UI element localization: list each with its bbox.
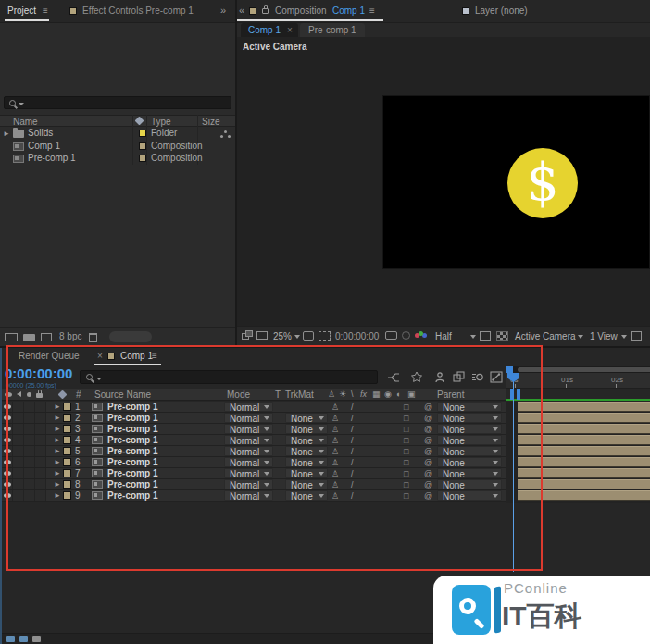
composition-toolbar: 25% 0:00:00:00 Half Active Camera 1 View <box>237 326 650 346</box>
viewer-tab-label: Comp 1 <box>248 25 281 36</box>
active-tab-underline <box>5 19 49 21</box>
tab-project[interactable]: Project <box>7 6 36 17</box>
ruler-tick-mark <box>616 384 617 388</box>
composition-viewer: Active Camera $ <box>237 37 650 326</box>
ruler-tick-label: 01s <box>561 375 573 386</box>
panel-overflow-icon[interactable]: » <box>220 5 226 16</box>
watermark-brand: PConline <box>504 583 568 594</box>
table-row[interactable]: ► Comp 1 Composition <box>0 141 235 153</box>
snapshot-camera-icon[interactable] <box>385 331 397 340</box>
toggle-transfer-controls-icon[interactable] <box>19 635 29 643</box>
viewer-tab-comp1[interactable]: Comp 1 × <box>241 23 298 38</box>
item-type-icon <box>13 130 24 138</box>
item-name[interactable]: Solids <box>28 128 53 139</box>
transparency-grid-icon[interactable] <box>496 331 508 341</box>
camera-dropdown[interactable]: Active Camera <box>515 331 576 342</box>
project-statusbar: 8 bpc <box>0 327 235 346</box>
column-size[interactable]: Size <box>202 117 219 128</box>
close-icon[interactable]: × <box>287 25 293 36</box>
table-row[interactable]: ► Solids Folder <box>0 128 235 140</box>
viewer-lock2-icon <box>245 330 253 337</box>
composition-canvas[interactable]: $ <box>382 95 650 269</box>
tab-layer[interactable]: Layer (none) <box>475 6 528 17</box>
dollar-symbol: $ <box>507 148 578 218</box>
interpret-footage-icon[interactable] <box>5 333 18 341</box>
item-type-icon <box>13 155 24 163</box>
project-search-input[interactable] <box>4 96 231 109</box>
composition-panel: « Composition Comp 1 ≡ Layer (none) Comp… <box>237 0 650 346</box>
item-type: Folder <box>151 128 177 139</box>
label-column-icon[interactable] <box>135 117 144 126</box>
panel-menu-icon[interactable]: ≡ <box>43 6 48 17</box>
after-effects-window: Project ≡ Effect Controls Pre-comp 1 » N… <box>0 0 650 644</box>
watermark-title: IT百科 <box>502 600 582 633</box>
zoom-level-dropdown[interactable]: 25% <box>273 331 292 342</box>
search-icon <box>9 100 16 106</box>
item-name[interactable]: Pre-comp 1 <box>28 153 76 164</box>
view-options-icon[interactable] <box>631 331 642 341</box>
column-type[interactable]: Type <box>151 117 171 128</box>
region-of-interest-icon[interactable] <box>319 331 331 341</box>
watermark-logo-icon <box>452 585 491 635</box>
search-options-caret-icon <box>19 103 24 105</box>
item-type-icon <box>13 142 24 151</box>
annotation-rectangle <box>6 345 543 571</box>
chevron-down-icon <box>621 335 627 339</box>
chevron-down-icon <box>578 335 583 339</box>
effect-controls-tab-icon <box>69 7 77 15</box>
composition-tab-icon <box>249 7 256 15</box>
project-column-header: Name Type Size <box>0 115 235 127</box>
grid-guides-icon[interactable] <box>303 331 314 341</box>
project-panel: Project ≡ Effect Controls Pre-comp 1 » N… <box>0 0 235 346</box>
dollar-coin-graphic: $ <box>507 148 578 218</box>
panel-menu-icon[interactable]: ≡ <box>369 6 375 17</box>
viewer-tab-precomp1[interactable]: Pre-comp 1 <box>300 23 365 38</box>
lock-icon[interactable] <box>262 8 269 14</box>
monitor-icon[interactable] <box>256 331 268 340</box>
item-type: Composition <box>151 153 203 164</box>
table-row[interactable]: ► Pre-comp 1 Composition <box>0 153 235 165</box>
view-layout-dropdown[interactable]: 1 View <box>590 331 618 342</box>
watermark: PConline IT百科 <box>433 576 650 644</box>
new-folder-icon[interactable] <box>23 334 35 341</box>
label-color-swatch[interactable] <box>139 130 146 137</box>
label-color-swatch[interactable] <box>139 142 146 150</box>
ruler-tick-mark <box>566 384 567 388</box>
channels-icon[interactable] <box>415 331 430 340</box>
ruler-tick-label: 02s <box>611 375 623 386</box>
bit-depth-label[interactable]: 8 bpc <box>59 331 81 342</box>
toggle-layer-switches-icon[interactable] <box>6 635 16 643</box>
label-color-swatch[interactable] <box>139 155 146 162</box>
show-snapshot-icon[interactable] <box>402 331 410 340</box>
chevron-down-icon <box>294 335 300 339</box>
viewer-tab-label: Pre-comp 1 <box>308 25 356 36</box>
tab-effect-controls[interactable]: Effect Controls Pre-comp 1 <box>82 6 194 17</box>
lock-shackle-icon <box>264 5 268 8</box>
item-type: Composition <box>151 141 203 152</box>
item-name[interactable]: Comp 1 <box>28 141 60 152</box>
toggle-inout-pane-icon[interactable] <box>31 635 42 643</box>
thumbnail-size-slider[interactable] <box>109 331 152 342</box>
fast-previews-icon[interactable] <box>480 331 491 341</box>
trash-icon[interactable] <box>89 333 97 342</box>
twirl-arrow-icon[interactable]: ► <box>3 129 10 140</box>
view-camera-label: Active Camera <box>243 42 306 53</box>
project-item-list: ► Solids Folder ► Comp 1 Composition ► P… <box>0 128 235 167</box>
new-composition-icon[interactable] <box>41 333 52 341</box>
layer-tab-icon <box>462 7 469 15</box>
panel-collapse-icon[interactable]: « <box>239 5 244 16</box>
viewer-timecode[interactable]: 0:00:00:00 <box>335 331 379 342</box>
chevron-down-icon <box>470 335 476 339</box>
column-name[interactable]: Name <box>13 117 38 128</box>
composition-panel-title[interactable]: Composition <box>275 6 327 17</box>
composition-panel-comp-name[interactable]: Comp 1 <box>332 6 365 17</box>
share-icon <box>220 130 230 139</box>
resolution-dropdown[interactable]: Half <box>435 331 452 342</box>
